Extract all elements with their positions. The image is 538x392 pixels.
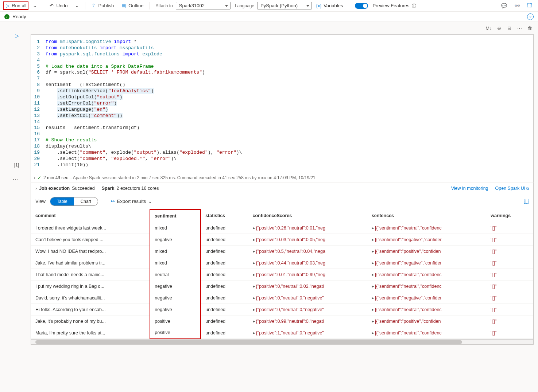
cell-confidence[interactable]: ▸{"positive":0.5,"neutral":0.04,"nega (248, 246, 367, 257)
expand-icon[interactable]: ▸ (253, 272, 255, 277)
column-header-sentiment[interactable]: sentiment (150, 209, 201, 222)
run-all-dropdown[interactable]: ⌄ (30, 1, 40, 10)
export-results-button[interactable]: ↦ Export results ⌄ (111, 199, 152, 204)
table-row[interactable]: Wow! I had NO IDEA that recipro...mixedu… (31, 246, 533, 257)
chevron-right-icon[interactable]: › (35, 186, 37, 191)
code-line[interactable]: 10 .setOutputCol("output") (31, 94, 533, 101)
code-line[interactable]: 7 (31, 76, 533, 82)
run-all-button[interactable]: Run all (12, 3, 26, 8)
code-line[interactable]: 18display(results\ (31, 144, 533, 150)
code-line[interactable]: 15results = sentiment.transform(df) (31, 125, 533, 131)
column-header-comment[interactable]: comment (31, 209, 150, 222)
horizontal-scrollbar[interactable] (31, 340, 534, 345)
cell-run-icon[interactable]: ▷ (0, 33, 19, 39)
expand-icon[interactable]: ▸ (372, 249, 374, 254)
variables-button[interactable]: {x} Variables (313, 1, 346, 10)
cell-sentences[interactable]: ▸[{"sentiment":"negative","confider (367, 257, 486, 269)
status-info-icon[interactable]: ○ (527, 13, 534, 20)
code-line[interactable]: 12 .setLanguage("en") (31, 107, 533, 113)
code-line[interactable]: 9 .setLinkedService("TextAnalytics") (31, 88, 533, 94)
expand-icon[interactable]: ▸ (372, 260, 374, 266)
expand-icon[interactable]: ▸ (372, 330, 374, 336)
table-row[interactable]: Hi folks. According to your encab...nega… (31, 304, 533, 315)
add-cell-icon[interactable]: ⊕ (495, 24, 503, 32)
move-down-icon[interactable]: M↓ (485, 24, 493, 32)
cell-sentences[interactable]: ▸[{"sentiment":"positive","confiden (367, 315, 486, 327)
scrollbar-thumb[interactable] (35, 340, 462, 344)
expand-icon[interactable]: ▸ (253, 237, 255, 242)
preview-features-toggle[interactable]: Preview Features i (352, 1, 419, 10)
code-line[interactable]: 3from pyspark.sql.functions import explo… (31, 51, 533, 58)
cell-confidence[interactable]: ▸{"positive":0.44,"neutral":0.03,"neg (248, 257, 367, 269)
cell-confidence[interactable]: ▸{"positive":0.26,"neutral":0.01,"neg (248, 222, 367, 234)
column-header-confidenceScores[interactable]: confidenceScores (248, 209, 367, 222)
view-in-monitoring-link[interactable]: View in monitoring (451, 186, 488, 191)
table-row[interactable]: Jake, I've had similar problems tr...mix… (31, 257, 533, 269)
code-line[interactable]: 5# Load the data into a Spark DataFrame (31, 64, 533, 70)
column-header-sentences[interactable]: sentences (367, 209, 486, 222)
outline-button[interactable]: ▤ Outline (118, 1, 146, 10)
delete-cell-icon[interactable]: 🗑 (526, 24, 534, 32)
code-line[interactable]: 4 (31, 58, 533, 64)
cell-sentences[interactable]: ▸[{"sentiment":"neutral","confidenc (367, 222, 486, 234)
cell-sentences[interactable]: ▸[{"sentiment":"neutral","confidenc (367, 281, 486, 292)
expand-icon[interactable]: ▸ (253, 226, 255, 231)
cell-sentences[interactable]: ▸[{"sentiment":"negative","confider (367, 234, 486, 246)
publish-button[interactable]: ⇪ Publish (88, 1, 117, 10)
code-line[interactable]: 14 (31, 119, 533, 125)
expand-icon[interactable]: ▸ (372, 319, 374, 324)
search-icon-button[interactable]: 👓 (511, 1, 523, 10)
cell-sentences[interactable]: ▸[{"sentiment":"negative","confider (367, 292, 486, 304)
cell-confidence[interactable]: ▸{"positive":0,"neutral":0.02,"negati (248, 281, 367, 292)
expand-icon[interactable]: ▸ (253, 249, 255, 254)
expand-icon[interactable]: ▸ (372, 295, 374, 301)
expand-icon[interactable]: ▸ (372, 226, 374, 231)
code-line[interactable]: 20 .select("comment", "exploded.*", "err… (31, 156, 533, 162)
code-line[interactable]: 6df = spark.sql("SELECT * FROM default.f… (31, 70, 533, 76)
undo-button[interactable]: ↶ Undo (46, 1, 70, 10)
expand-icon[interactable]: ▸ (372, 272, 374, 277)
more-icon[interactable]: ⋯ (515, 24, 523, 32)
cell-confidence[interactable]: ▸{"positive":0,"neutral":0,"negative" (248, 292, 367, 304)
column-header-statistics[interactable]: statistics (201, 209, 248, 222)
expand-icon[interactable]: ▸ (253, 307, 255, 312)
cell-confidence[interactable]: ▸{"positive":0.01,"neutral":0.99,"neg (248, 269, 367, 281)
cell-sentences[interactable]: ▸[{"sentiment":"neutral","confidenc (367, 327, 486, 339)
expand-icon[interactable]: ▸ (253, 319, 255, 324)
expand-icon[interactable]: ▸ (253, 260, 255, 266)
view-table-option[interactable]: Table (50, 197, 74, 205)
code-line[interactable]: 2from notebookutils import mssparkutils (31, 45, 533, 51)
table-row[interactable]: Maria, I'm pretty sure the folks at...po… (31, 327, 533, 339)
cell-sentences[interactable]: ▸[{"sentiment":"neutral","confidenc (367, 269, 486, 281)
column-header-warnings[interactable]: warnings (486, 209, 533, 222)
cell-sentences[interactable]: ▸[{"sentiment":"neutral","confidenc (367, 304, 486, 315)
expand-icon[interactable]: ▸ (253, 284, 255, 289)
comment-icon-button[interactable]: 💬 (498, 1, 510, 10)
code-line[interactable]: 19 .select("comment", explode("output").… (31, 150, 533, 156)
expand-icon[interactable]: ▸ (253, 295, 255, 301)
code-editor[interactable]: 1from mmlspark.cognitive import *2from n… (31, 34, 534, 173)
cell-confidence[interactable]: ▸{"positive":1,"neutral":0,"negative" (248, 327, 367, 339)
code-line[interactable]: 1from mmlspark.cognitive import * (31, 39, 533, 45)
table-row[interactable]: I ordered three widgets last week...mixe… (31, 222, 533, 234)
expand-icon[interactable]: ▸ (372, 307, 374, 312)
cell-more-icon[interactable]: ⋯ (0, 175, 19, 183)
expand-icon[interactable]: ▸ (372, 237, 374, 242)
table-row[interactable]: Can't believe you fools shipped ...negat… (31, 234, 533, 246)
view-chart-option[interactable]: Chart (74, 197, 98, 205)
table-row[interactable]: That hand model needs a manic...neutralu… (31, 269, 533, 281)
code-line[interactable]: 11 .setErrorCol("error") (31, 101, 533, 107)
cell-confidence[interactable]: ▸{"positive":0.99,"neutral":0,"negati (248, 315, 367, 327)
code-line[interactable]: 16 (31, 131, 533, 137)
cell-confidence[interactable]: ▸{"positive":0.03,"neutral":0.05,"neg (248, 234, 367, 246)
cell-confidence[interactable]: ▸{"positive":0,"neutral":0,"negative" (248, 304, 367, 315)
expand-icon[interactable]: ▸ (253, 330, 255, 336)
cell-sentences[interactable]: ▸[{"sentiment":"positive","confiden (367, 246, 486, 257)
table-row[interactable]: David, sorry, it's whatchamacallit...neg… (31, 292, 533, 304)
table-row[interactable]: Jake, it's probably none of my bu...posi… (31, 315, 533, 327)
code-line[interactable]: 17# Show the results (31, 137, 533, 144)
table-row[interactable]: I put my wedding ring in a Bag o...negat… (31, 281, 533, 292)
language-select[interactable]: PySpark (Python) (257, 2, 312, 9)
undo-dropdown[interactable]: ⌄ (72, 1, 82, 10)
chevron-right-icon[interactable]: › (34, 175, 35, 180)
